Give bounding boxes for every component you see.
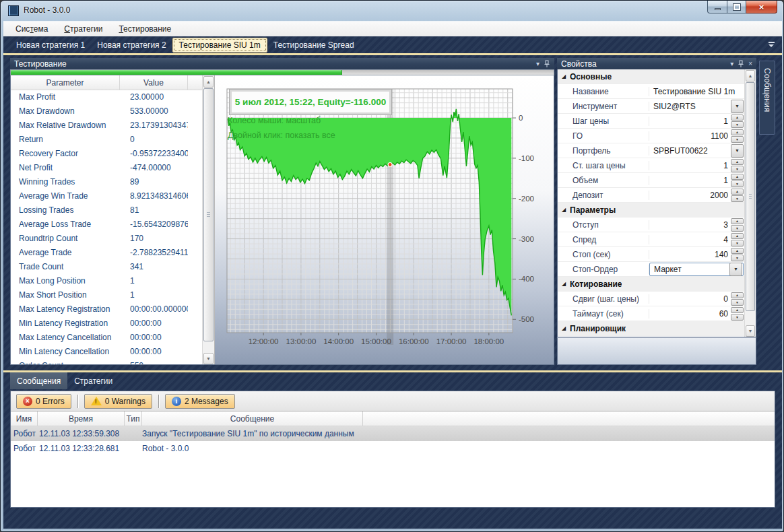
scroll-down-icon[interactable]: ▼ [746,325,755,337]
spin-down-icon[interactable]: ▼ [731,180,744,187]
tab-messages-1[interactable]: Стратегии [67,372,119,389]
property-row-Таймаут (сек)[interactable]: Таймаут (сек)60▲▼ [558,306,744,321]
property-editor[interactable]: 3▲▼ [649,218,744,232]
property-row-Стоп-Ордер[interactable]: Стоп-ОрдерМаркет▼ [558,262,744,277]
spin-up-icon[interactable]: ▲ [731,129,744,136]
menu-item-стратегии[interactable]: Стратегии [56,22,110,36]
property-row-Отступ[interactable]: Отступ3▲▼ [558,218,744,232]
messages-table-header[interactable]: Имя Время Тип Сообщение [11,411,775,426]
scroll-up-icon[interactable]: ▲ [746,70,755,81]
testing-panel-header[interactable]: Тестирование ▾ [10,58,554,69]
side-tab-messages[interactable]: Сообщения [759,61,775,135]
dropdown-icon[interactable]: ▼ [731,100,744,113]
spin-down-icon[interactable]: ▼ [731,240,744,246]
scroll-down-icon[interactable]: ▼ [203,353,214,364]
column-value[interactable]: Value [120,75,188,90]
property-row-Включен[interactable]: Включен [558,336,744,337]
maximize-button[interactable] [727,1,746,13]
message-row[interactable]: Робот12.11.03 12:33:59.308Запуск "Тестир… [11,426,775,441]
spin-up-icon[interactable]: ▲ [731,189,744,195]
tab-messages-0[interactable]: Сообщения [10,372,67,389]
property-row-Ст. шага цены[interactable]: Ст. шага цены1▲▼ [558,158,744,173]
property-row-Шаг цены[interactable]: Шаг цены1▲▼ [558,114,744,129]
close-panel-icon[interactable]: × [748,60,752,67]
spin-down-icon[interactable]: ▼ [731,255,744,261]
table-row[interactable]: Max Long Position1 [11,274,202,288]
property-editor[interactable]: 1▲▼ [649,114,744,128]
property-editor[interactable]: 2000▲▼ [649,188,744,202]
property-editor[interactable]: 0▲▼ [649,292,744,306]
property-row-Объем[interactable]: Объем1▲▼ [558,173,744,188]
table-row[interactable]: Max Latency Registration00:00:00.0000003 [11,302,202,317]
panel-menu-icon[interactable]: ▾ [730,60,733,67]
table-row[interactable]: Winning Trades89 [11,175,202,189]
message-row[interactable]: Робот12.11.03 12:33:28.681Robot - 3.0.0 [11,441,775,456]
property-editor[interactable]: 1▲▼ [649,158,744,172]
property-editor[interactable]: Тестирование SIU 1m [649,84,744,98]
dropdown-icon[interactable]: ▼ [731,144,744,158]
tab-strategy-3[interactable]: Тестирование Spread [267,38,360,52]
table-row[interactable]: Max Short Position1 [11,288,202,302]
messages-toggle-button[interactable]: i 2 Messages [165,394,235,409]
property-number-value[interactable]: 1100 [649,131,731,141]
property-editor[interactable]: 140▲▼ [649,247,744,261]
spinner-control[interactable]: ▲▼ [731,129,744,143]
pin-icon[interactable] [544,60,550,68]
spin-down-icon[interactable]: ▼ [731,166,744,172]
property-row-Портфель[interactable]: ПортфельSPBFUT00622▼ [558,143,744,158]
scroll-up-icon[interactable]: ▲ [203,76,214,88]
expander-icon[interactable]: ◢ [558,325,570,331]
table-row[interactable]: Net Profit-474.00000 [11,161,202,175]
title-bar[interactable]: Robot - 3.0.0 × [1,1,783,21]
property-text-value[interactable]: Тестирование SIU 1m [649,87,744,96]
property-editor[interactable]: Маркет▼ [649,262,744,276]
property-editor[interactable]: 60▲▼ [649,306,744,321]
property-row-Инструмент[interactable]: ИнструментSIU2@RTS▼ [558,99,744,114]
tab-strategy-2[interactable]: Тестирование SIU 1m [172,38,267,53]
minimize-button[interactable] [707,1,727,13]
property-row-Название[interactable]: НазваниеТестирование SIU 1m [558,84,744,99]
property-combobox[interactable]: Маркет▼ [649,263,744,276]
table-row[interactable]: Min Latency Registration00:00:00 [11,317,202,331]
table-row[interactable]: Min Latency Cancellation00:00:00 [11,345,202,359]
property-combo-value[interactable]: SIU2@RTS [649,102,731,111]
expander-icon[interactable]: ◢ [558,207,570,213]
spinner-control[interactable]: ▲▼ [731,218,744,232]
spin-up-icon[interactable]: ▲ [731,174,744,180]
table-row[interactable]: Max Latency Cancellation00:00:00 [11,331,202,345]
tab-strategy-0[interactable]: Новая стратегия 1 [10,38,91,52]
column-parameter[interactable]: Parameter [11,75,120,90]
property-row-Сдвиг (шаг. цены)[interactable]: Сдвиг (шаг. цены)0▲▼ [558,292,744,306]
properties-scrollbar[interactable]: ▲ ▼ [744,69,756,337]
spin-down-icon[interactable]: ▼ [731,121,744,128]
spinner-control[interactable]: ▲▼ [731,292,744,306]
spin-down-icon[interactable]: ▼ [731,136,744,143]
property-number-value[interactable]: 1 [649,117,731,126]
errors-toggle-button[interactable]: × 0 Errors [16,394,71,409]
spin-up-icon[interactable]: ▲ [731,292,744,299]
property-editor[interactable]: 1▲▼ [649,173,744,187]
spin-down-icon[interactable]: ▼ [731,314,744,321]
parameters-scrollbar[interactable]: ▲ ▼ [202,75,214,364]
spin-up-icon[interactable]: ▲ [731,248,744,255]
property-row-ГО[interactable]: ГО1100▲▼ [558,129,744,143]
spinner-control[interactable]: ▲▼ [731,189,744,202]
spin-up-icon[interactable]: ▲ [731,307,744,314]
spinner-control[interactable]: ▲▼ [731,307,744,321]
property-editor[interactable]: SIU2@RTS▼ [649,99,744,113]
panel-menu-icon[interactable]: ▾ [536,60,540,67]
spin-up-icon[interactable]: ▲ [731,218,744,225]
table-row[interactable]: Average Loss Trade-15.6543209876543 [11,218,202,232]
table-row[interactable]: Recovery Factor-0.953722334004 [11,147,202,161]
tab-overflow-chevron-icon[interactable] [767,42,775,48]
property-editor[interactable]: 1100▲▼ [649,129,744,143]
properties-panel-header[interactable]: Свойства ▾ × [557,58,756,69]
table-row[interactable]: Average Trade-2.78823529411765 [11,246,202,260]
spin-down-icon[interactable]: ▼ [731,225,744,232]
property-combo-value[interactable]: SPBFUT00622 [649,146,731,156]
property-number-value[interactable]: 60 [649,309,731,319]
warnings-toggle-button[interactable]: ! 0 Warnings [84,394,152,409]
property-number-value[interactable]: 1 [649,176,731,185]
spin-down-icon[interactable]: ▼ [731,195,744,202]
spin-down-icon[interactable]: ▼ [731,299,744,306]
